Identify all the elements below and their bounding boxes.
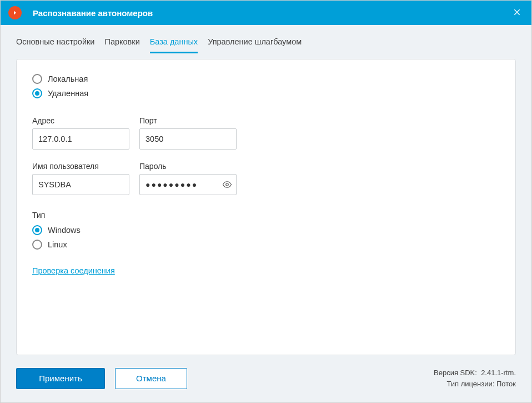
field-password: Пароль [139, 162, 237, 195]
sdk-version: Версия SDK: 2.41.1-rtm. [434, 367, 516, 379]
row-address-port: Адрес Порт [32, 116, 500, 150]
radio-windows[interactable]: Windows [32, 225, 500, 235]
content-area: Основные настройки Парковки База данных … [1, 25, 531, 402]
radio-linux-label: Linux [48, 240, 67, 249]
eye-icon [222, 180, 232, 190]
db-mode-group: Локальная Удаленная [32, 74, 500, 98]
port-input[interactable] [139, 128, 237, 150]
radio-local-label: Локальная [48, 74, 88, 83]
cancel-button[interactable]: Отмена [115, 368, 187, 389]
test-connection-link[interactable]: Проверка соединения [32, 266, 115, 275]
password-label: Пароль [139, 162, 237, 171]
field-port: Порт [139, 116, 237, 150]
close-button[interactable] [510, 6, 524, 21]
type-section: Тип Windows Linux [32, 211, 500, 250]
radio-icon [32, 225, 42, 235]
password-toggle[interactable] [222, 180, 232, 190]
field-address: Адрес [32, 116, 129, 150]
radio-local[interactable]: Локальная [32, 74, 500, 84]
tab-barrier[interactable]: Управление шлагбаумом [208, 35, 302, 53]
row-user-pass: Имя пользователя Пароль [32, 162, 500, 195]
radio-icon [32, 240, 42, 250]
address-input[interactable] [32, 128, 129, 150]
radio-remote[interactable]: Удаленная [32, 88, 500, 98]
type-label: Тип [32, 211, 500, 220]
username-label: Имя пользователя [32, 162, 129, 171]
panel-database: Локальная Удаленная Адрес Порт [16, 59, 516, 355]
titlebar: Распознавание автономеров [1, 1, 531, 25]
tab-general[interactable]: Основные настройки [16, 35, 94, 53]
window-title: Распознавание автономеров [33, 8, 510, 18]
tabs: Основные настройки Парковки База данных … [16, 25, 516, 53]
license-type: Тип лицензии: Поток [434, 379, 516, 390]
apply-button[interactable]: Применить [16, 368, 105, 389]
port-label: Порт [139, 116, 237, 125]
svg-point-0 [226, 183, 229, 186]
tab-database[interactable]: База данных [150, 35, 198, 53]
address-label: Адрес [32, 116, 129, 125]
tab-parking[interactable]: Парковки [104, 35, 139, 53]
radio-remote-label: Удаленная [48, 89, 88, 98]
field-username: Имя пользователя [32, 162, 129, 195]
radio-icon [32, 74, 42, 84]
radio-icon [32, 88, 42, 98]
close-icon [513, 8, 521, 17]
app-icon [8, 6, 22, 19]
type-group: Windows Linux [32, 225, 500, 250]
radio-windows-label: Windows [48, 226, 81, 235]
password-wrap [139, 174, 237, 195]
footer: Применить Отмена Версия SDK: 2.41.1-rtm.… [16, 355, 516, 389]
radio-linux[interactable]: Linux [32, 240, 500, 250]
status-info: Версия SDK: 2.41.1-rtm. Тип лицензии: По… [434, 367, 516, 389]
window: Распознавание автономеров Основные настр… [0, 0, 532, 403]
username-input[interactable] [32, 174, 129, 195]
